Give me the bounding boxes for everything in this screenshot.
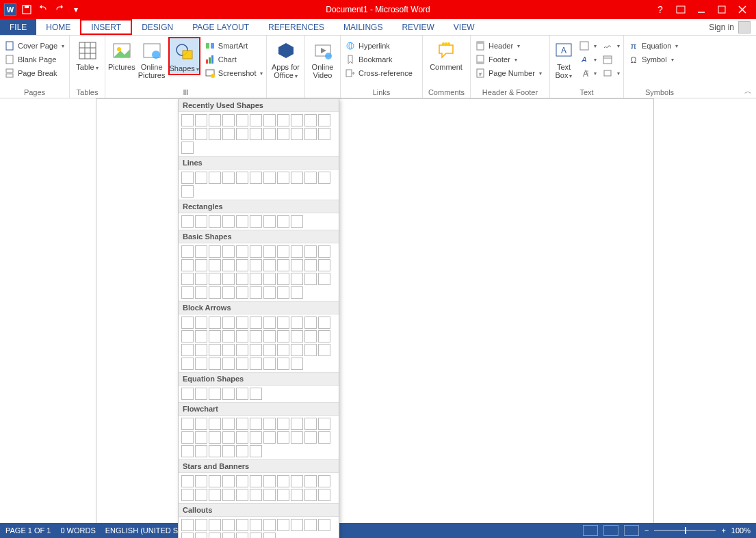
shape-item[interactable] — [263, 259, 276, 271]
shape-item[interactable] — [277, 431, 289, 444]
shape-item[interactable] — [291, 128, 303, 140]
shape-item[interactable] — [181, 286, 194, 299]
online-pictures-button[interactable]: OnlinePictures — [138, 37, 166, 79]
shape-item[interactable] — [209, 431, 221, 444]
shape-item[interactable] — [209, 259, 221, 271]
shape-item[interactable] — [291, 317, 303, 329]
shape-item[interactable] — [236, 330, 248, 342]
collapse-ribbon-icon[interactable]: ︿ — [744, 86, 752, 96]
shape-item[interactable] — [263, 330, 276, 342]
shape-item[interactable] — [304, 259, 317, 271]
tab-references[interactable]: REFERENCES — [259, 19, 334, 35]
shape-item[interactable] — [222, 259, 235, 271]
shape-item[interactable] — [250, 388, 262, 400]
shape-item[interactable] — [250, 114, 262, 126]
shape-item[interactable] — [209, 114, 221, 126]
help-icon[interactable]: ? — [651, 2, 670, 17]
cover-page-button[interactable]: Cover Page — [3, 40, 66, 52]
shape-item[interactable] — [209, 172, 221, 184]
shape-item[interactable] — [222, 330, 235, 342]
zoom-level[interactable]: 100% — [731, 526, 751, 535]
print-layout-icon[interactable] — [603, 525, 618, 536]
shape-item[interactable] — [250, 286, 262, 299]
shape-item[interactable] — [318, 330, 330, 342]
shapes-button[interactable]: Shapes — [168, 37, 200, 75]
shape-item[interactable] — [236, 431, 248, 444]
shape-item[interactable] — [209, 445, 221, 457]
shape-item[interactable] — [250, 519, 262, 531]
shape-item[interactable] — [236, 286, 248, 299]
shape-item[interactable] — [304, 273, 317, 285]
shape-item[interactable] — [236, 489, 248, 501]
shape-item[interactable] — [263, 431, 276, 444]
shape-item[interactable] — [195, 114, 207, 126]
page-break-button[interactable]: Page Break — [3, 67, 66, 79]
shape-item[interactable] — [250, 475, 262, 487]
bookmark-button[interactable]: Bookmark — [343, 53, 414, 66]
shape-item[interactable] — [222, 358, 235, 370]
shape-item[interactable] — [263, 533, 276, 538]
shape-item[interactable] — [209, 344, 221, 356]
tab-design[interactable]: DESIGN — [132, 19, 183, 35]
shape-item[interactable] — [304, 418, 317, 430]
header-button[interactable]: Header — [473, 40, 543, 52]
close-icon[interactable] — [733, 2, 752, 17]
shape-item[interactable] — [318, 519, 330, 531]
shape-item[interactable] — [263, 519, 276, 531]
shape-item[interactable] — [236, 445, 248, 457]
shape-item[interactable] — [250, 418, 262, 430]
shape-item[interactable] — [236, 215, 248, 228]
shape-item[interactable] — [195, 245, 207, 258]
cross-reference-button[interactable]: Cross-reference — [343, 67, 414, 79]
shape-item[interactable] — [236, 519, 248, 531]
shape-item[interactable] — [250, 445, 262, 457]
shape-item[interactable] — [291, 245, 303, 258]
shape-item[interactable] — [263, 344, 276, 356]
shape-item[interactable] — [263, 418, 276, 430]
shape-item[interactable] — [263, 114, 276, 126]
symbol-button[interactable]: Ω Symbol — [627, 53, 679, 66]
redo-icon[interactable] — [53, 3, 66, 16]
shape-item[interactable] — [181, 185, 194, 198]
shape-item[interactable] — [277, 273, 289, 285]
table-button[interactable]: Table — [73, 37, 102, 72]
undo-icon[interactable] — [37, 3, 49, 16]
shape-item[interactable] — [304, 245, 317, 258]
shape-item[interactable] — [236, 273, 248, 285]
shape-item[interactable] — [304, 330, 317, 342]
status-page[interactable]: PAGE 1 OF 1 — [5, 526, 51, 535]
shape-item[interactable] — [250, 344, 262, 356]
shape-item[interactable] — [263, 245, 276, 258]
shape-item[interactable] — [250, 330, 262, 342]
shape-item[interactable] — [181, 114, 194, 126]
shape-item[interactable] — [181, 128, 194, 140]
shape-item[interactable] — [291, 358, 303, 370]
apps-for-office-button[interactable]: Apps forOffice — [270, 37, 302, 81]
shape-item[interactable] — [236, 128, 248, 140]
smartart-button[interactable]: SmartArt — [203, 40, 265, 52]
shape-item[interactable] — [318, 273, 330, 285]
shape-item[interactable] — [291, 114, 303, 126]
shape-item[interactable] — [236, 114, 248, 126]
shape-item[interactable] — [318, 317, 330, 329]
shape-item[interactable] — [263, 172, 276, 184]
wordart-button[interactable]: A — [577, 53, 598, 66]
shape-item[interactable] — [291, 475, 303, 487]
shape-item[interactable] — [195, 358, 207, 370]
shape-item[interactable] — [181, 533, 194, 538]
shape-item[interactable] — [195, 259, 207, 271]
shape-item[interactable] — [209, 418, 221, 430]
shape-item[interactable] — [181, 519, 194, 531]
shape-item[interactable] — [195, 388, 207, 400]
shape-item[interactable] — [250, 259, 262, 271]
shape-item[interactable] — [304, 344, 317, 356]
shape-item[interactable] — [181, 215, 194, 228]
shape-item[interactable] — [236, 344, 248, 356]
shape-item[interactable] — [181, 142, 194, 154]
tab-mailings[interactable]: MAILINGS — [334, 19, 392, 35]
shape-item[interactable] — [277, 475, 289, 487]
shape-item[interactable] — [277, 330, 289, 342]
shape-item[interactable] — [263, 128, 276, 140]
shape-item[interactable] — [236, 533, 248, 538]
tab-page-layout[interactable]: PAGE LAYOUT — [183, 19, 259, 35]
